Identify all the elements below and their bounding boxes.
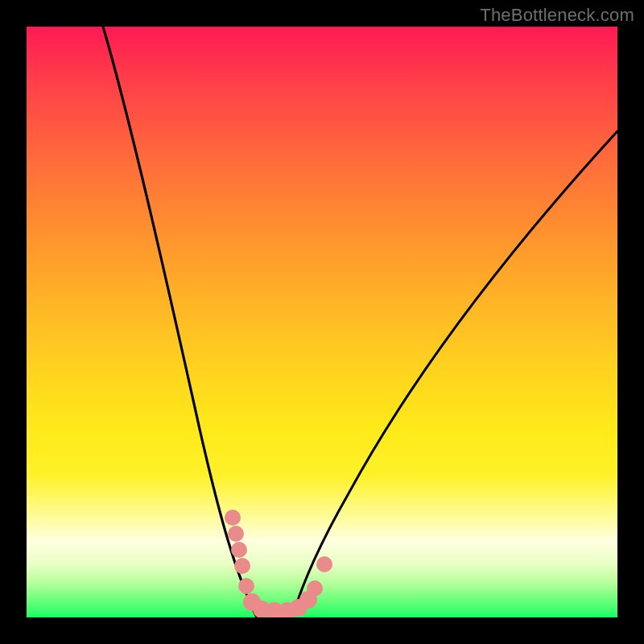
watermark-text: TheBottleneck.com xyxy=(480,5,634,26)
curve-layer xyxy=(27,27,617,617)
marker xyxy=(238,578,254,594)
marker-group xyxy=(225,510,332,617)
plot-area xyxy=(27,27,617,617)
marker xyxy=(225,510,241,526)
outer-frame: TheBottleneck.com xyxy=(0,0,644,644)
marker xyxy=(231,542,247,558)
marker xyxy=(316,556,332,572)
marker xyxy=(234,558,250,574)
marker xyxy=(228,526,244,542)
right-curve xyxy=(292,131,617,617)
marker xyxy=(307,580,323,597)
